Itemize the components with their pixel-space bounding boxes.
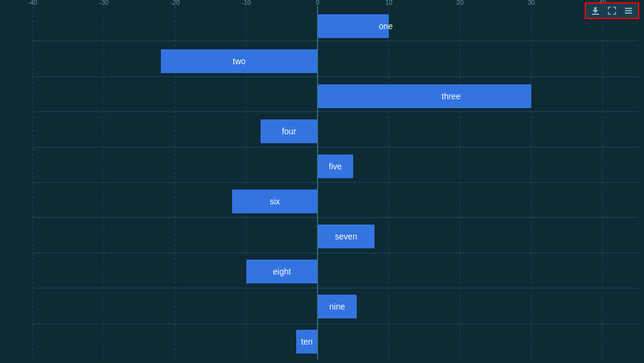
bar-label-four: four xyxy=(282,127,296,136)
bar-label-nine: nine xyxy=(329,302,345,311)
bar-label-three: three xyxy=(442,91,461,101)
expand-button[interactable] xyxy=(605,5,619,17)
x-tick-label: 20 xyxy=(456,0,464,6)
x-tick-label: -10 xyxy=(242,0,251,6)
svg-rect-23 xyxy=(625,12,632,14)
toolbar xyxy=(585,2,639,19)
bar-label-two: two xyxy=(233,56,246,66)
x-tick-label: 30 xyxy=(528,0,535,6)
x-tick-label: 10 xyxy=(385,0,392,6)
bar-label-one: one xyxy=(379,21,393,31)
bar-label-five: five xyxy=(329,162,342,171)
x-tick-label: -30 xyxy=(99,0,109,6)
x-tick-label: -40 xyxy=(28,0,37,6)
chart-container: -40 -30 -20 -10 0 10 20 30 40 one two th… xyxy=(0,0,644,363)
svg-rect-21 xyxy=(625,8,632,9)
bar-label-six: six xyxy=(269,197,280,206)
bar-one[interactable] xyxy=(318,14,389,38)
svg-rect-22 xyxy=(625,10,632,11)
chart-svg: -40 -30 -20 -10 0 10 20 30 40 one two th… xyxy=(0,0,644,363)
bar-three[interactable] xyxy=(318,84,531,108)
svg-rect-20 xyxy=(592,14,599,15)
bar-label-seven: seven xyxy=(335,232,357,241)
x-tick-label: -20 xyxy=(170,0,180,6)
bar-label-eight: eight xyxy=(273,267,291,276)
x-tick-label: 0 xyxy=(316,0,319,6)
bar-label-ten: ten xyxy=(301,337,312,346)
menu-button[interactable] xyxy=(621,5,636,17)
download-button[interactable] xyxy=(588,5,602,17)
